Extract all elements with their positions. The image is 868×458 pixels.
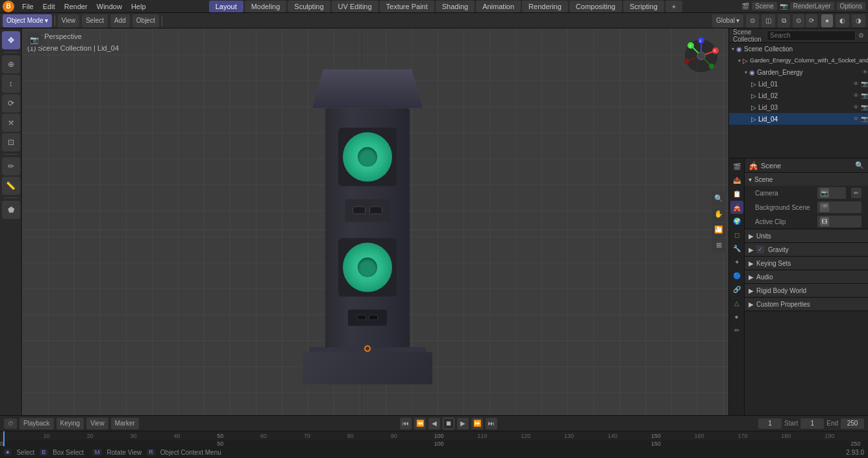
- pivot-point-btn[interactable]: ⊙: [746, 14, 759, 27]
- keying-btn[interactable]: Keying: [56, 418, 84, 429]
- hide-icon[interactable]: 👁: [862, 69, 868, 75]
- camera-value[interactable]: 📷: [817, 187, 846, 199]
- lid04-vis[interactable]: 👁: [853, 116, 859, 122]
- outliner-item-scene-collection[interactable]: ▾ ◉ Scene Collection: [729, 43, 868, 55]
- lid02-vis[interactable]: 👁: [853, 92, 859, 99]
- lid03-render[interactable]: 📷: [861, 104, 868, 110]
- audio-section-header[interactable]: ▶ Audio: [745, 270, 868, 283]
- renderlayer-selector[interactable]: RenderLayer: [790, 2, 834, 10]
- jump-end-btn[interactable]: ⏭: [486, 418, 497, 429]
- prop-modifier-tab[interactable]: 🔧: [730, 242, 743, 255]
- tab-shading[interactable]: Shading: [436, 1, 475, 12]
- lid04-render[interactable]: 📷: [861, 116, 868, 122]
- tab-layout[interactable]: Layout: [209, 1, 243, 12]
- prop-world-tab[interactable]: 🌍: [730, 214, 743, 227]
- play-btn[interactable]: ▶: [457, 418, 469, 429]
- bg-scene-value[interactable]: 🎬: [817, 201, 862, 213]
- end-frame-input[interactable]: 250: [841, 418, 864, 429]
- jump-prev-keyframe-btn[interactable]: ⏪: [414, 418, 426, 429]
- current-frame-display[interactable]: 1: [758, 418, 782, 429]
- object-menu[interactable]: Object: [132, 14, 159, 27]
- scale-tool[interactable]: ⤧: [2, 114, 20, 132]
- viewport-3d[interactable]: User Perspective (1) Scene Collection | …: [22, 29, 728, 415]
- view-all-btn[interactable]: ⊞: [712, 238, 726, 253]
- gravity-checkbox[interactable]: ✓: [756, 246, 764, 253]
- playback-btn[interactable]: Playback: [19, 418, 54, 429]
- search-props-icon[interactable]: 🔍: [855, 161, 864, 170]
- tab-animation[interactable]: Animation: [476, 1, 521, 12]
- prop-data-tab[interactable]: △: [730, 296, 743, 309]
- viewport-camera-btn[interactable]: 📷: [27, 32, 42, 47]
- tab-compositing[interactable]: Compositing: [569, 1, 622, 12]
- next-frame-btn[interactable]: ⏩: [471, 418, 483, 429]
- outliner-item-garden-energy[interactable]: ▾ ▷ Garden_Energy_Column_with_4_Socket_a…: [729, 55, 868, 66]
- prop-physics-tab[interactable]: 🔵: [730, 269, 743, 282]
- tab-uv-editing[interactable]: UV Editing: [332, 1, 378, 12]
- lid02-render[interactable]: 📷: [861, 92, 868, 99]
- prop-freestyle-tab[interactable]: ✏: [730, 324, 743, 337]
- add-cube-tool[interactable]: ⬟: [2, 201, 20, 219]
- menu-edit[interactable]: Edit: [39, 1, 59, 12]
- start-frame-input[interactable]: 1: [800, 418, 824, 429]
- tab-modeling[interactable]: Modeling: [245, 1, 287, 12]
- stop-btn[interactable]: ⏹: [443, 418, 454, 429]
- prop-material-tab[interactable]: ●: [730, 310, 743, 323]
- select-tool[interactable]: ✥: [2, 31, 20, 49]
- outliner-item-garden-energy-coll[interactable]: ▾ ◉ Garden_Energy 👁: [729, 66, 868, 78]
- lid01-vis[interactable]: 👁: [853, 81, 859, 87]
- scene-selector[interactable]: Scene: [752, 2, 776, 10]
- timeline-mode-btn[interactable]: ⏱: [4, 418, 17, 429]
- tab-rendering[interactable]: Rendering: [522, 1, 568, 12]
- snap-btn[interactable]: ◫: [762, 14, 775, 27]
- prop-scene-tab[interactable]: 🎪: [730, 201, 743, 214]
- tab-add[interactable]: +: [665, 1, 682, 12]
- overlay-btn[interactable]: ⊙: [793, 14, 804, 27]
- camera-edit-btn[interactable]: ✏: [851, 188, 862, 198]
- object-mode-selector[interactable]: Object Mode ▾: [3, 14, 52, 27]
- pan-btn[interactable]: ✋: [712, 207, 726, 222]
- outliner-item-lid04[interactable]: ▷ Lid_04 👁 📷: [729, 113, 868, 125]
- menu-window[interactable]: Window: [93, 1, 126, 12]
- select-menu[interactable]: Select: [82, 14, 108, 27]
- viewport-shading-solid[interactable]: ●: [821, 14, 833, 27]
- gravity-section-header[interactable]: ▶ ✓ Gravity: [745, 243, 868, 256]
- rotate-tool[interactable]: ⟳: [2, 94, 20, 112]
- tab-texture-paint[interactable]: Texture Paint: [380, 1, 434, 12]
- measure-tool[interactable]: 📏: [2, 177, 20, 195]
- options-btn[interactable]: Options: [837, 2, 865, 10]
- fly-btn[interactable]: 🎦: [712, 223, 726, 237]
- prop-view-layer-tab[interactable]: 📋: [730, 187, 743, 200]
- tab-sculpting[interactable]: Sculpting: [288, 1, 330, 12]
- viewport-shading-render[interactable]: ◑: [852, 14, 865, 27]
- prop-render-tab[interactable]: 🎬: [730, 160, 743, 173]
- viewport-shading-material[interactable]: ◐: [836, 14, 849, 27]
- outliner-search[interactable]: [767, 31, 856, 41]
- prop-output-tab[interactable]: 📤: [730, 173, 743, 186]
- annotate-tool[interactable]: ✏: [2, 157, 20, 175]
- filter-icon[interactable]: ⚙: [858, 32, 864, 39]
- global-space-selector[interactable]: Global ▾: [712, 14, 743, 27]
- move-tool[interactable]: ↕: [2, 75, 20, 93]
- jump-start-btn[interactable]: ⏮: [400, 418, 412, 429]
- rigid-body-world-header[interactable]: ▶ Rigid Body World: [745, 284, 868, 297]
- prop-constraints-tab[interactable]: 🔗: [730, 283, 743, 296]
- zoom-btn[interactable]: 🔍: [712, 192, 726, 206]
- proportional-edit-btn[interactable]: ⧉: [778, 14, 790, 27]
- active-clip-value[interactable]: 🎞: [817, 216, 862, 227]
- custom-props-header[interactable]: ▶ Custom Properties: [745, 298, 868, 311]
- menu-help[interactable]: Help: [127, 1, 150, 12]
- outliner-item-lid02[interactable]: ▷ Lid_02 👁 📷: [729, 90, 868, 101]
- lid01-render[interactable]: 📷: [861, 81, 868, 87]
- view-btn[interactable]: View: [86, 418, 108, 429]
- outliner-item-lid03[interactable]: ▷ Lid_03 👁 📷: [729, 101, 868, 113]
- scene-section-header[interactable]: ▾ Scene: [745, 173, 868, 186]
- transform-tool[interactable]: ⊡: [2, 133, 20, 151]
- units-section-header[interactable]: ▶ Units: [745, 229, 868, 242]
- cursor-tool[interactable]: ⊕: [2, 55, 20, 73]
- lid03-vis[interactable]: 👁: [853, 104, 859, 110]
- prop-particles-tab[interactable]: ✦: [730, 255, 743, 268]
- view-menu[interactable]: View: [58, 14, 80, 27]
- prev-frame-btn[interactable]: ◀: [428, 418, 440, 429]
- navigation-gizmo[interactable]: X Y Z: [682, 36, 721, 75]
- menu-file[interactable]: File: [18, 1, 38, 12]
